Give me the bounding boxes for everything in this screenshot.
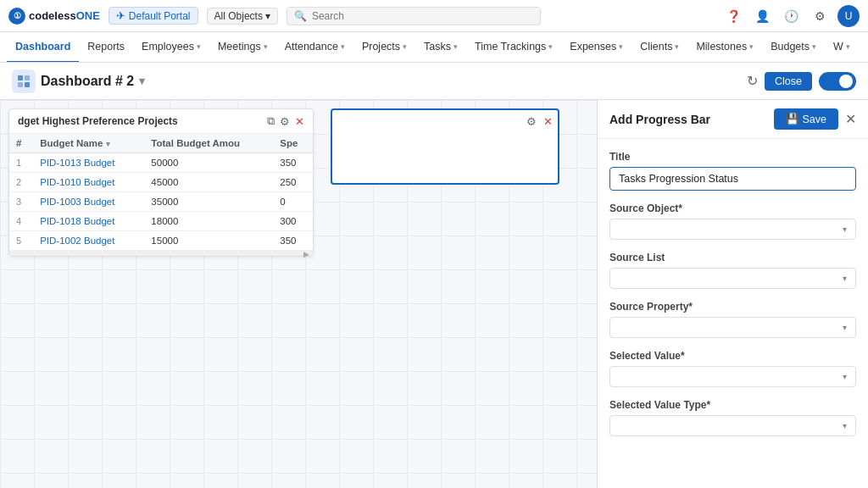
close-toggle[interactable] (819, 72, 856, 91)
widget-settings-icon[interactable]: ⚙ (280, 115, 290, 128)
portal-label: Default Portal (129, 10, 191, 22)
budget-link[interactable]: PID-1013 Budget (40, 158, 114, 168)
external-link-icon[interactable]: ⧉ (267, 114, 275, 128)
source-object-select[interactable]: ▾ (609, 219, 856, 240)
col-budget-name[interactable]: Budget Name ▾ (33, 134, 144, 153)
row-num: 4 (9, 212, 33, 231)
top-navbar: ① codelessONE ✈ Default Portal All Objec… (0, 0, 868, 32)
user-icon[interactable]: 👤 (751, 5, 773, 27)
widget-area: dget Highest Preference Projects ⧉ ⚙ ✕ #… (0, 100, 868, 488)
budget-link[interactable]: PID-1010 Budget (40, 177, 114, 187)
row-budget-name[interactable]: PID-1013 Budget (33, 153, 144, 173)
row-total: 15000 (144, 231, 273, 251)
widget-close-icon[interactable]: ✕ (295, 115, 304, 128)
empty-widget-close-icon[interactable]: ✕ (543, 115, 553, 128)
row-budget-name[interactable]: PID-1002 Budget (33, 231, 144, 251)
col-num: # (9, 134, 33, 153)
menu-item-w[interactable]: W ▾ (825, 32, 859, 63)
row-spent: 0 (273, 192, 313, 212)
svg-rect-0 (18, 75, 23, 80)
menu-item-meetings[interactable]: Meetings ▾ (209, 32, 276, 63)
empty-widget: ⚙ ✕ (331, 108, 559, 185)
selected-value-field-group: Selected Value* ▾ (609, 350, 856, 387)
expenses-dropdown-arrow: ▾ (619, 42, 623, 51)
row-spent: 350 (273, 153, 313, 173)
projects-dropdown-arrow: ▾ (403, 42, 407, 51)
menu-item-tasks[interactable]: Tasks ▾ (415, 32, 466, 63)
dashboard-dropdown-icon[interactable]: ▾ (139, 75, 145, 87)
menu-item-dashboard[interactable]: Dashboard (7, 32, 79, 63)
all-objects-button[interactable]: All Objects ▾ (207, 8, 278, 25)
budget-link[interactable]: PID-1003 Budget (40, 197, 114, 207)
selected-value-arrow: ▾ (843, 372, 847, 381)
help-icon[interactable]: ❓ (722, 5, 744, 27)
main-content: Dashboard # 2 ▾ ↻ Close dget Highest Pre… (0, 63, 868, 488)
close-button[interactable]: Close (765, 72, 812, 91)
menu-label-expenses: Expenses (570, 41, 616, 53)
row-budget-name[interactable]: PID-1010 Budget (33, 173, 144, 192)
empty-widget-settings-icon[interactable]: ⚙ (526, 115, 537, 128)
close-toggle-area: Close (765, 72, 856, 91)
selected-value-type-select[interactable]: ▾ (609, 415, 856, 436)
menu-item-reports[interactable]: Reports (79, 32, 133, 63)
nav-icons: ❓ 👤 🕐 ⚙ U (722, 5, 860, 27)
form-close-button[interactable]: ✕ (845, 111, 856, 127)
search-icon: 🔍 (294, 10, 307, 22)
selected-value-select[interactable]: ▾ (609, 366, 856, 387)
portal-button[interactable]: ✈ Default Portal (108, 7, 198, 25)
source-object-arrow: ▾ (843, 225, 847, 234)
menu-item-expenses[interactable]: Expenses ▾ (561, 32, 632, 63)
save-icon: 💾 (786, 113, 799, 125)
menu-item-budgets[interactable]: Budgets ▾ (762, 32, 825, 63)
search-input[interactable] (312, 10, 533, 22)
menu-label-time-trackings: Time Trackings (475, 41, 546, 53)
search-bar[interactable]: 🔍 (287, 7, 541, 25)
table-row: 4 PID-1018 Budget 18000 300 (9, 212, 313, 231)
meetings-dropdown-arrow: ▾ (264, 42, 268, 51)
menu-label-reports: Reports (87, 41, 125, 53)
menu-item-employees[interactable]: Employees ▾ (133, 32, 209, 63)
menu-label-attendance: Attendance (285, 41, 338, 53)
form-header: Add Progress Bar 💾 Save ✕ (598, 100, 868, 139)
save-button[interactable]: 💾 Save (774, 108, 839, 130)
menu-item-time-trackings[interactable]: Time Trackings ▾ (466, 32, 561, 63)
menu-label-employees: Employees (142, 41, 194, 53)
logo[interactable]: ① codelessONE (8, 8, 100, 25)
settings-icon[interactable]: ⚙ (809, 5, 831, 27)
budget-link[interactable]: PID-1002 Budget (40, 236, 114, 246)
menu-label-budgets: Budgets (771, 41, 810, 53)
clients-dropdown-arrow: ▾ (675, 42, 679, 51)
history-icon[interactable]: 🕐 (780, 5, 802, 27)
menu-item-clients[interactable]: Clients ▾ (632, 32, 687, 63)
menu-item-projects[interactable]: Projects ▾ (353, 32, 415, 63)
source-property-arrow: ▾ (843, 323, 847, 332)
menu-label-milestones: Milestones (696, 41, 747, 53)
table-widget: dget Highest Preference Projects ⧉ ⚙ ✕ #… (8, 108, 314, 257)
row-total: 35000 (144, 192, 273, 212)
table-scrollbar-area[interactable]: ▶ (9, 251, 313, 256)
budgets-dropdown-arrow: ▾ (812, 42, 816, 51)
menu-item-milestones[interactable]: Milestones ▾ (687, 32, 762, 63)
left-panel: dget Highest Preference Projects ⧉ ⚙ ✕ #… (0, 100, 597, 488)
row-budget-name[interactable]: PID-1003 Budget (33, 192, 144, 212)
budget-table: # Budget Name ▾ Total Budget Amou Spe 1 … (9, 134, 313, 251)
logo-icon: ① (8, 8, 25, 25)
table-scroll[interactable]: # Budget Name ▾ Total Budget Amou Spe 1 … (9, 134, 313, 251)
row-budget-name[interactable]: PID-1018 Budget (33, 212, 144, 231)
menu-bar: Dashboard Reports Employees ▾ Meetings ▾… (0, 32, 868, 63)
source-property-select[interactable]: ▾ (609, 317, 856, 338)
selected-value-type-arrow: ▾ (843, 421, 847, 430)
refresh-button[interactable]: ↻ (747, 73, 758, 89)
table-row: 5 PID-1002 Budget 15000 350 (9, 231, 313, 251)
row-total: 45000 (144, 173, 273, 192)
dashboard-actions: ↻ Close (747, 72, 856, 91)
svg-rect-3 (25, 82, 30, 87)
avatar[interactable]: U (837, 5, 860, 27)
menu-label-w: W (833, 41, 843, 53)
title-input[interactable] (609, 167, 856, 191)
source-list-arrow: ▾ (843, 274, 847, 283)
w-dropdown-arrow: ▾ (846, 42, 850, 51)
menu-item-attendance[interactable]: Attendance ▾ (276, 32, 353, 63)
source-list-select[interactable]: ▾ (609, 268, 856, 289)
budget-link[interactable]: PID-1018 Budget (40, 216, 114, 226)
